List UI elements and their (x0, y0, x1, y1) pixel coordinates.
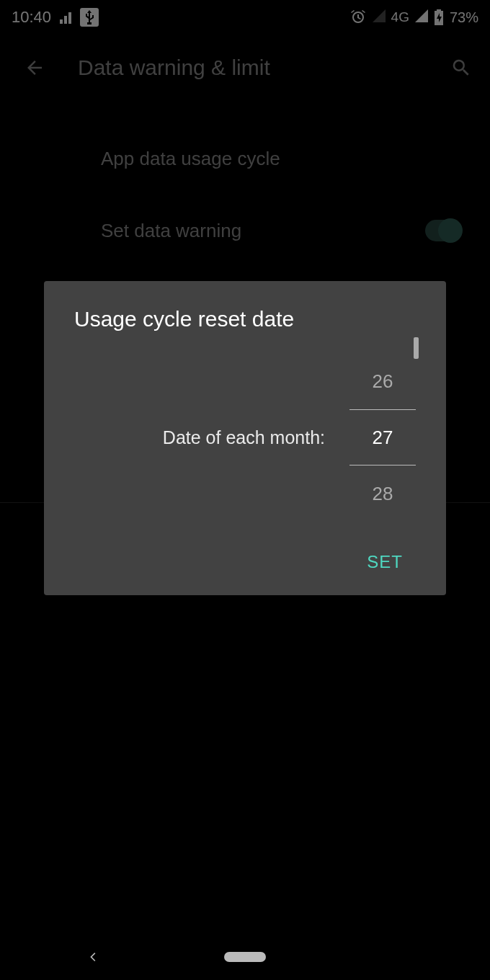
dialog-title: Usage cycle reset date (74, 307, 416, 331)
dialog-actions: SET (74, 543, 416, 581)
picker-value-prev[interactable]: 26 (349, 353, 416, 409)
usage-cycle-dialog: Usage cycle reset date Date of each mont… (44, 281, 446, 595)
nav-back-button[interactable] (86, 950, 99, 963)
set-button[interactable]: SET (354, 543, 416, 581)
date-number-picker[interactable]: 26 27 28 (349, 353, 416, 522)
modal-overlay[interactable]: Usage cycle reset date Date of each mont… (0, 0, 490, 980)
scrollbar-thumb (414, 337, 419, 359)
nav-home-pill[interactable] (224, 952, 266, 962)
date-picker-row: Date of each month: 26 27 28 (74, 353, 416, 522)
picker-value-selected[interactable]: 27 (349, 409, 416, 466)
system-nav-bar (0, 934, 490, 980)
picker-value-next[interactable]: 28 (349, 466, 416, 522)
date-picker-label: Date of each month: (74, 427, 328, 448)
